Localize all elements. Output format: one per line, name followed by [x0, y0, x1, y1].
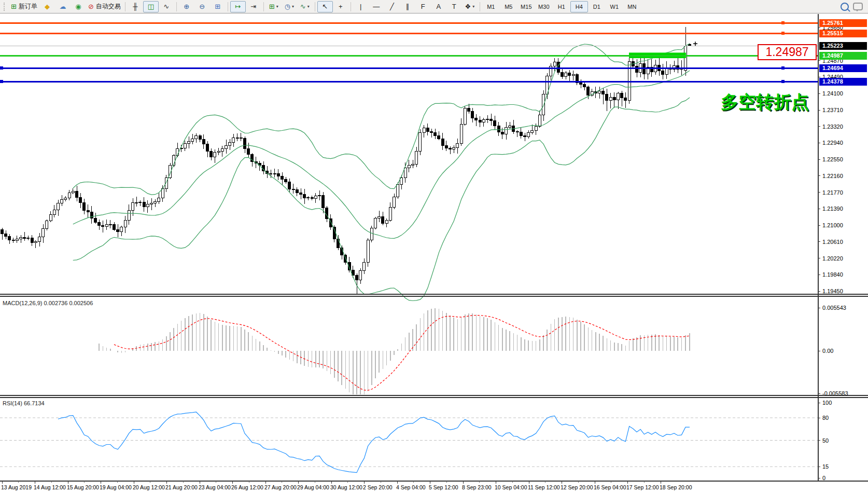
line-handle[interactable]	[0, 80, 3, 83]
candle-body	[572, 75, 575, 76]
timeframe-m15[interactable]: M15	[517, 1, 535, 12]
candle-body	[382, 216, 384, 223]
time-axis-label[interactable]: 10 Sep 04:00	[495, 484, 527, 490]
line-handle[interactable]	[781, 66, 785, 70]
toolbar-divider	[263, 2, 264, 11]
zoom-in-glyph: ⊕	[184, 3, 189, 10]
zoom-in-button[interactable]: ⊕	[179, 1, 194, 12]
autotrading-glyph: ⊘	[88, 3, 94, 10]
timeframe-m30[interactable]: M30	[535, 1, 553, 12]
candle-body	[303, 194, 306, 198]
candle-body	[188, 141, 190, 144]
crosshair-button[interactable]: +	[333, 1, 348, 12]
candle-body	[113, 225, 116, 230]
profiles-button[interactable]: ◷▾	[282, 1, 297, 12]
candle-body	[370, 228, 373, 240]
vertical-line-button[interactable]: |	[353, 1, 369, 12]
time-axis-label[interactable]: 30 Aug 12:00	[330, 484, 362, 490]
line-handle[interactable]	[781, 80, 785, 83]
time-axis-label[interactable]: 21 Aug 20:00	[165, 484, 198, 490]
channel-button[interactable]: ∥	[400, 1, 415, 12]
price-annotation-box[interactable]: 1.24987	[758, 44, 817, 60]
candle-body	[568, 73, 571, 76]
candle-body	[307, 197, 310, 198]
community-icon[interactable]: ☁	[55, 1, 71, 12]
timeframe-m1[interactable]: M1	[482, 1, 500, 12]
candle-body	[482, 119, 485, 122]
line-handle[interactable]	[781, 21, 785, 24]
time-axis-label[interactable]: 17 Sep 12:00	[626, 484, 659, 490]
horizontal-line-glyph: —	[373, 3, 380, 10]
arrows-button[interactable]: ❖▾	[462, 1, 478, 12]
cursor-button[interactable]: ↖	[317, 1, 333, 12]
time-axis-label[interactable]: 26 Aug 12:00	[231, 484, 263, 490]
text-button[interactable]: A	[431, 1, 446, 12]
autotrading-button[interactable]: ⊘自动交易	[86, 1, 123, 12]
time-axis-label[interactable]: 16 Sep 04:00	[594, 484, 626, 490]
current-price-tag-text: 1.25223	[822, 43, 843, 49]
candle-body	[322, 196, 325, 208]
time-axis-label[interactable]: 13 Aug 2019	[1, 484, 32, 490]
new-order-button[interactable]: ⊞新订单	[9, 1, 39, 12]
candle-body	[165, 177, 167, 189]
time-axis-label[interactable]: 27 Aug 20:00	[264, 484, 297, 490]
time-axis-label[interactable]: 11 Sep 12:00	[528, 484, 560, 490]
candle-body	[132, 202, 134, 211]
zoom-out-button[interactable]: ⊖	[194, 1, 210, 12]
metaeditor-icon[interactable]: ◆	[39, 1, 55, 12]
time-axis-label[interactable]: 5 Sep 12:00	[429, 484, 458, 490]
line-handle[interactable]	[0, 66, 3, 70]
chart-canvas[interactable]: 多空转折点多空转折点MACD(12,26,9) 0.002736 0.00250…	[0, 14, 868, 493]
candle-body	[475, 118, 478, 120]
timeframe-w1[interactable]: W1	[606, 1, 623, 12]
auto-scroll-button[interactable]: ↦	[230, 1, 246, 12]
time-axis-label[interactable]: 2 Sep 20:00	[363, 484, 393, 490]
time-axis-label[interactable]: 15 Aug 20:00	[67, 484, 99, 490]
time-axis-label[interactable]: 4 Sep 04:00	[396, 484, 426, 490]
text-label-button[interactable]: T	[446, 1, 462, 12]
main-toolbar: ⊞新订单◆☁◉⊘自动交易╫◫∿⊕⊖⊞↦⇥⊞▾◷▾∿▾↖+|—╱∥FAT❖▾ M1…	[0, 0, 868, 13]
time-axis-label[interactable]: 29 Aug 04:00	[297, 484, 329, 490]
trendline-glyph: ╱	[390, 3, 394, 10]
time-axis-label[interactable]: 23 Aug 04:00	[199, 484, 231, 490]
candle-body	[273, 174, 276, 174]
candle-body	[281, 176, 284, 179]
time-axis-label[interactable]: 20 Aug 12:00	[133, 484, 165, 490]
indicators-button[interactable]: ∿▾	[297, 1, 313, 12]
news-icon[interactable]: ◉	[71, 1, 86, 12]
time-axis-label[interactable]: 8 Sep 23:00	[462, 484, 492, 490]
fibonacci-button[interactable]: F	[415, 1, 431, 12]
cn-annotation-text[interactable]: 多空转折点	[721, 92, 809, 112]
timeframe-h1[interactable]: H1	[553, 1, 570, 12]
time-axis-label[interactable]: 14 Aug 12:00	[34, 484, 66, 490]
chevron-down-icon: ▾	[276, 4, 278, 9]
chart-shift-button[interactable]: ⇥	[246, 1, 261, 12]
candle-body	[76, 191, 78, 197]
chat-icon[interactable]	[853, 3, 863, 10]
timeframe-d1[interactable]: D1	[588, 1, 606, 12]
line-handle[interactable]	[781, 32, 785, 35]
time-axis-label[interactable]: 19 Aug 04:00	[100, 484, 132, 490]
search-icon[interactable]	[841, 3, 849, 11]
mt4-window: ⊞新订单◆☁◉⊘自动交易╫◫∿⊕⊖⊞↦⇥⊞▾◷▾∿▾↖+|—╱∥FAT❖▾ M1…	[0, 0, 868, 493]
timeframe-toolbar: M1M5M15M30H1H4D1W1MN	[482, 1, 641, 12]
bar-chart-button[interactable]: ╫	[128, 1, 143, 12]
tile-windows-button[interactable]: ⊞	[210, 1, 226, 12]
line-chart-button[interactable]: ∿	[159, 1, 174, 12]
candle-body	[229, 142, 231, 145]
timeframe-h4[interactable]: H4	[570, 1, 588, 12]
toolbar-buttons: ⊞新订单◆☁◉⊘自动交易╫◫∿⊕⊖⊞↦⇥⊞▾◷▾∿▾↖+|—╱∥FAT❖▾	[2, 1, 482, 12]
auto-scroll-glyph: ↦	[235, 3, 241, 10]
timeframe-m5[interactable]: M5	[500, 1, 517, 12]
timeframe-mn[interactable]: MN	[623, 1, 641, 12]
time-axis-label[interactable]: 12 Sep 20:00	[561, 484, 593, 490]
candle-body	[53, 210, 55, 214]
trendline-button[interactable]: ╱	[384, 1, 400, 12]
horizontal-line-button[interactable]: —	[369, 1, 384, 12]
candle-body	[535, 126, 537, 130]
candlestick-chart-button[interactable]: ◫	[143, 1, 159, 12]
time-axis-label[interactable]: 18 Sep 20:00	[660, 484, 692, 490]
candle-body	[468, 108, 470, 112]
candle-body	[288, 182, 291, 189]
new-chart-button[interactable]: ⊞▾	[266, 1, 282, 12]
